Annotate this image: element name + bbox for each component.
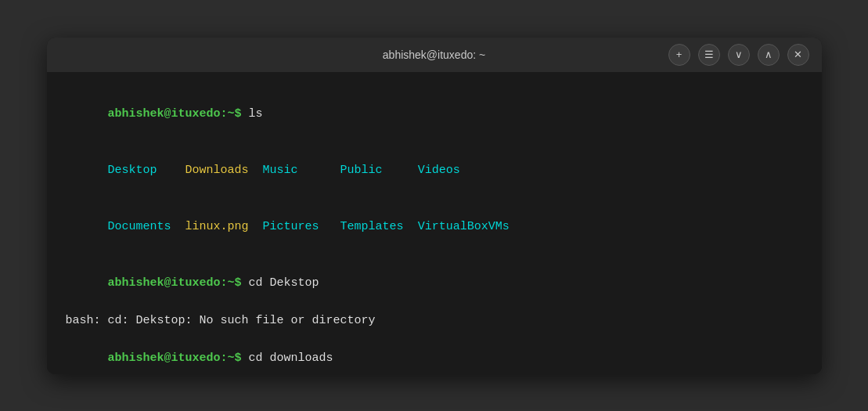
terminal-window: abhishek@ituxedo: ~ + ☰ ∨ ∧ ✕ abhishek@i… [47,38,822,374]
close-button[interactable]: ✕ [787,44,809,66]
dir-templates: Templates [340,220,418,233]
ls-output-2: Documents linux.png Pictures Templates V… [66,199,803,255]
cmd-5: cd downloads [249,352,333,365]
ls-output-1: Desktop Downloads Music Public Videos [66,142,803,199]
dir-downloads: Downloads [185,164,263,177]
chevron-down-button[interactable]: ∨ [728,44,750,66]
cmd-1: ls [249,107,263,121]
window-title: abhishek@ituxedo: ~ [383,49,485,61]
dir-public: Public [340,164,418,177]
terminal-body[interactable]: abhishek@ituxedo:~$ ls Desktop Downloads… [47,72,822,374]
line-5: abhishek@ituxedo:~$ cd downloads [66,330,803,374]
dir-virtualboxvms: VirtualBoxVMs [418,220,510,233]
line-1: abhishek@ituxedo:~$ ls [66,86,803,142]
titlebar-right-controls[interactable]: + ☰ ∨ ∧ ✕ [668,44,809,66]
menu-button[interactable]: ☰ [698,44,720,66]
dir-videos: Videos [418,164,460,177]
prompt-1: abhishek@ituxedo:~$ [108,107,249,121]
cmd-3: cd Dekstop [249,276,319,290]
prompt-3: abhishek@ituxedo:~$ [108,276,249,290]
dir-music: Music [263,164,340,177]
add-tab-button[interactable]: + [668,44,690,66]
line-3: abhishek@ituxedo:~$ cd Dekstop [66,255,803,312]
dir-pictures: Pictures [263,220,340,233]
prompt-5: abhishek@ituxedo:~$ [108,352,249,365]
dir-documents: Documents [108,220,185,233]
file-linuxpng: linux.png [185,220,263,233]
chevron-up-button[interactable]: ∧ [758,44,780,66]
dir-desktop: Desktop [108,164,185,177]
titlebar: abhishek@ituxedo: ~ + ☰ ∨ ∧ ✕ [47,38,822,72]
error-1: bash: cd: Dekstop: No such file or direc… [66,312,803,330]
